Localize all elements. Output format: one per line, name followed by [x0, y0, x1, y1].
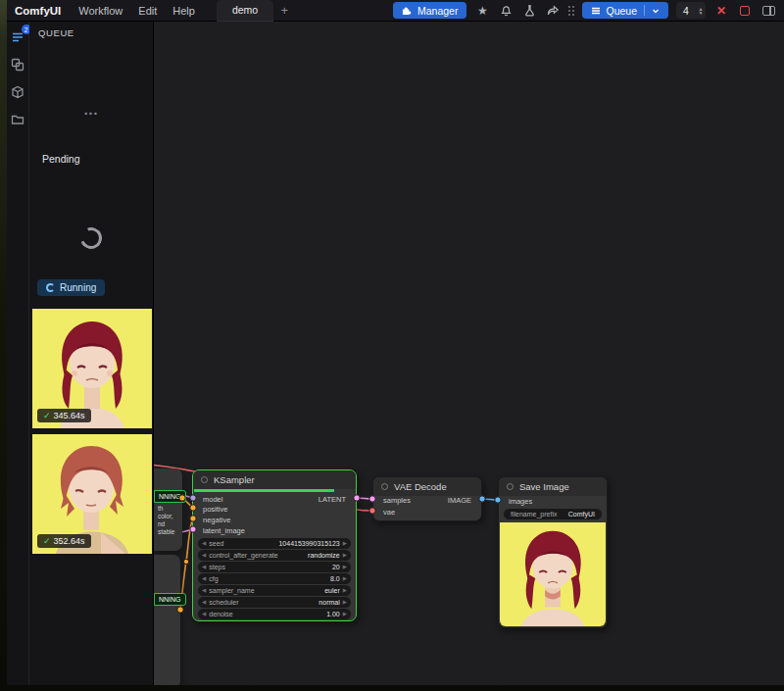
input-positive[interactable]: positive: [203, 505, 227, 514]
widget-scheduler[interactable]: ◀schedulernormal▶: [198, 597, 351, 608]
stepper-arrows[interactable]: ▲▼: [696, 7, 706, 15]
duration-badge: ✓ 352.64s: [37, 534, 91, 548]
desktop-background: ComfyUI Workflow Edit Help demo + Manage…: [0, 0, 784, 691]
manager-button[interactable]: Manager: [393, 2, 466, 19]
pending-section-label[interactable]: Pending: [42, 153, 80, 165]
input-negative[interactable]: negative: [203, 516, 230, 524]
sidebar-item-queue[interactable]: 2: [10, 28, 26, 45]
puzzle-icon: [402, 5, 413, 16]
queue-panel: QUEUE ... Pending Running: [29, 22, 154, 685]
menu-edit[interactable]: Edit: [138, 5, 157, 17]
decrement-arrow-icon[interactable]: ◀: [202, 564, 206, 569]
chevron-down-icon[interactable]: [652, 7, 660, 15]
ksampler-widgets: ◀seed1044153990315123▶ ◀control_after_ge…: [198, 538, 351, 619]
widget-denoise[interactable]: ◀denoise1.00▶: [198, 609, 351, 619]
queue-run-button[interactable]: Queue: [582, 2, 668, 19]
comfyui-window: ComfyUI Workflow Edit Help demo + Manage…: [7, 0, 784, 685]
running-badge: NNING: [154, 593, 186, 606]
node-title-bar[interactable]: VAE Decode: [373, 477, 481, 496]
stop-icon[interactable]: [737, 3, 753, 19]
node-save-image[interactable]: Save Image images filename_prefixComfyUI: [498, 476, 608, 628]
widget-seed[interactable]: ◀seed1044153990315123▶: [198, 538, 351, 549]
running-label: Running: [60, 282, 96, 293]
stop-square: [740, 6, 750, 16]
new-workflow-button[interactable]: +: [273, 0, 295, 22]
sidebar-rail: 2: [7, 22, 29, 685]
preview-image: [500, 522, 606, 626]
decrement-arrow-icon[interactable]: ◀: [202, 599, 206, 605]
duration-text: 345.64s: [54, 411, 85, 420]
drag-grip-icon[interactable]: [568, 6, 574, 16]
app-body: 2 QUEUE ... Pending Running: [7, 22, 784, 685]
input-latent-image[interactable]: latent_image: [203, 526, 245, 535]
input-vae[interactable]: vae: [383, 508, 395, 517]
queue-overflow-button[interactable]: ...: [29, 102, 153, 118]
node-title: KSampler: [214, 474, 255, 485]
workflows-folder-icon: [11, 113, 24, 126]
flask-icon[interactable]: [521, 3, 537, 19]
button-divider: [644, 5, 645, 16]
decrement-arrow-icon[interactable]: ◀: [202, 575, 206, 581]
share-icon[interactable]: [545, 3, 561, 19]
menu-help[interactable]: Help: [172, 5, 195, 17]
running-badge: NNING: [154, 490, 186, 503]
queue-button-label: Queue: [606, 5, 637, 17]
saved-image-preview[interactable]: [500, 522, 606, 626]
increment-arrow-icon[interactable]: ▶: [343, 564, 347, 569]
manager-label: Manager: [417, 5, 458, 17]
running-spinner-icon: [46, 283, 55, 292]
widget-sampler-name[interactable]: ◀sampler_nameeuler▶: [198, 585, 351, 596]
decrement-arrow-icon[interactable]: ◀: [202, 611, 206, 617]
input-samples[interactable]: samples: [383, 496, 411, 505]
topbar-actions: Manager ★ Queue 4 ▲▼ ✕: [393, 2, 776, 19]
output-image[interactable]: IMAGE: [448, 496, 471, 505]
increment-arrow-icon[interactable]: ▶: [343, 575, 347, 581]
node-title-bar[interactable]: Save Image: [499, 477, 607, 496]
increment-arrow-icon[interactable]: ▶: [343, 599, 347, 605]
menubar: ComfyUI Workflow Edit Help demo + Manage…: [7, 0, 784, 22]
node-vae-decode[interactable]: VAE Decode samples vae IMAGE: [372, 476, 482, 521]
app-logo: ComfyUI: [15, 5, 61, 17]
sidebar-item-workflows[interactable]: [10, 111, 26, 127]
increment-arrow-icon[interactable]: ▶: [343, 552, 347, 558]
queue-result-thumbnail[interactable]: ✓ 345.64s: [32, 309, 152, 428]
bell-icon[interactable]: [498, 3, 514, 19]
graph-canvas[interactable]: NNING th color, nd stable NNING KSampler…: [154, 22, 784, 685]
queue-panel-title: QUEUE: [38, 27, 74, 38]
decrement-arrow-icon[interactable]: ◀: [202, 587, 206, 593]
widget-steps[interactable]: ◀steps20▶: [198, 562, 351, 572]
stepper-down-icon[interactable]: ▼: [699, 11, 704, 15]
batch-count-stepper[interactable]: 4 ▲▼: [676, 2, 706, 19]
increment-arrow-icon[interactable]: ▶: [343, 587, 347, 593]
sidebar-item-node-library[interactable]: [10, 56, 26, 73]
collapse-dot-icon[interactable]: [201, 476, 208, 483]
check-icon: ✓: [43, 536, 51, 546]
star-icon[interactable]: ★: [474, 3, 490, 19]
node-title-bar[interactable]: KSampler: [193, 470, 356, 489]
widget-cfg[interactable]: ◀cfg8.0▶: [198, 573, 351, 584]
input-images[interactable]: images: [509, 497, 532, 506]
node-ksampler[interactable]: KSampler model positive negative latent_…: [192, 469, 357, 621]
duration-text: 352.64s: [54, 536, 85, 546]
sidebar-item-model-library[interactable]: [10, 83, 26, 100]
menu-workflow[interactable]: Workflow: [78, 5, 122, 17]
collapse-dot-icon[interactable]: [507, 483, 514, 490]
increment-arrow-icon[interactable]: ▶: [343, 540, 347, 546]
decrement-arrow-icon[interactable]: ◀: [202, 540, 206, 546]
cancel-run-icon[interactable]: ✕: [713, 3, 729, 19]
input-model[interactable]: model: [203, 495, 222, 504]
node-title: Save Image: [519, 481, 569, 492]
widget-filename-prefix[interactable]: filename_prefixComfyUI: [504, 509, 602, 519]
queue-result-thumbnail[interactable]: ✓ 352.64s: [32, 434, 152, 554]
toggle-panel-icon[interactable]: [760, 3, 776, 19]
running-status-chip: Running: [37, 279, 105, 296]
output-latent[interactable]: LATENT: [318, 495, 346, 504]
tab-demo[interactable]: demo: [217, 0, 273, 22]
prompt-text-fragment: th color, nd stable: [158, 505, 174, 536]
collapse-dot-icon[interactable]: [381, 483, 388, 490]
widget-control-after-generate[interactable]: ◀control_after_generaterandomize▶: [198, 550, 351, 561]
increment-arrow-icon[interactable]: ▶: [343, 611, 347, 617]
decrement-arrow-icon[interactable]: ◀: [202, 552, 206, 558]
node-fragment[interactable]: NNING: [154, 555, 180, 685]
clip-text-encode-node-fragment[interactable]: NNING th color, nd stable: [154, 469, 182, 551]
